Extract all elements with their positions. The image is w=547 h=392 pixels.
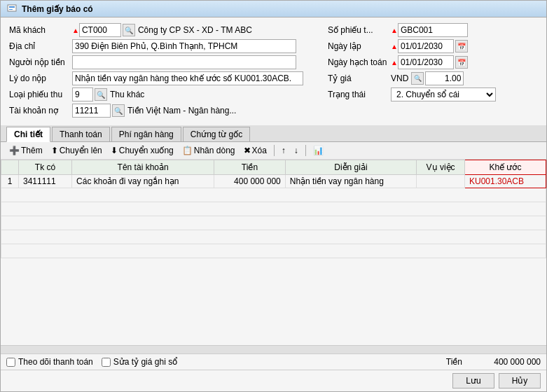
chuyen-xuong-icon: ⬇ [111,146,118,155]
tk-no-lookup-icon[interactable]: 🔍 [112,104,125,117]
tab-thanh-toan[interactable]: Thanh toán [52,127,110,141]
loai-phieu-text: Thu khác [110,90,144,99]
ngay-lap-calendar-icon[interactable]: 📅 [455,40,468,52]
row-1-stt: 1 [1,175,19,188]
move-up-btn[interactable]: ↑ [279,144,289,157]
ngay-hach-toan-input[interactable] [398,55,454,69]
sua-ty-gia-checkbox[interactable] [102,358,111,367]
nhan-dong-button[interactable]: 📋 Nhân dòng [179,144,238,157]
tk-no-text: Tiền Việt Nam - Ngân hàng... [127,106,236,115]
ty-gia-currency: VND [391,74,408,83]
huy-button[interactable]: Hủy [499,373,541,388]
sua-ty-gia-label: Sửa tỷ giá ghi sổ [113,357,177,367]
empty-row-3 [1,216,546,230]
ly-do-input[interactable] [72,71,303,85]
title-bar: Thêm giấy báo có [1,1,546,18]
col-tk-co: Tk có [19,160,72,175]
so-phieu-input[interactable] [398,23,468,37]
main-window: Thêm giấy báo có Mã khách ▲ 🔍 Công ty CP… [0,0,547,392]
window-icon [6,4,18,15]
required-star-4: ▲ [391,59,398,66]
nhan-dong-icon: 📋 [182,146,193,155]
ma-khach-lookup-icon[interactable]: 🔍 [123,24,135,36]
tab-chi-tiet[interactable]: Chi tiết [6,127,50,142]
row-1-vu-viec[interactable] [417,175,465,188]
empty-row-5 [1,244,546,258]
ngay-hach-toan-calendar-icon[interactable]: 📅 [455,56,468,69]
export-icon: 📊 [313,146,324,155]
sua-ty-gia-checkbox-label[interactable]: Sửa tỷ giá ghi sổ [102,357,177,367]
theo-doi-checkbox-label[interactable]: Theo dõi thanh toán [6,357,93,367]
tabs-container: Chi tiết Thanh toán Phí ngân hàng Chứng … [1,125,546,142]
svg-rect-0 [8,5,16,11]
company-name: Công ty CP SX - XD - TM ABC [138,25,252,35]
loai-phieu-row: Loại phiếu thu 🔍 Thu khác [9,88,328,102]
luu-button[interactable]: Lưu [452,373,494,388]
loai-phieu-lookup-icon[interactable]: 🔍 [95,88,107,101]
row-1-tk-co[interactable]: 3411111 [19,175,72,188]
theo-doi-label: Theo dõi thanh toán [18,357,93,367]
tk-no-input[interactable] [72,104,111,118]
tab-content-chi-tiet: ➕ Thêm ⬆ Chuyển lên ⬇ Chuyển xuống 📋 Nhâ… [1,142,546,354]
ty-gia-input[interactable] [425,71,464,85]
so-phieu-label: Số phiếu t... [328,25,391,35]
move-down-btn[interactable]: ↓ [291,144,301,157]
ngay-lap-input[interactable] [398,39,454,53]
row-1-dien-giai[interactable]: Nhận tiền vay ngân hàng [285,175,416,188]
svg-rect-1 [9,6,15,8]
col-ten-tk: Tên tài khoản [72,160,214,175]
ly-do-label: Lý do nộp [9,74,72,83]
trang-thai-select[interactable]: 2. Chuyển sổ cái [391,88,496,102]
ty-gia-currency-icon[interactable]: 🔍 [411,72,424,85]
action-buttons: Lưu Hủy [1,370,546,391]
form-area: Mã khách ▲ 🔍 Công ty CP SX - XD - TM ABC… [1,18,546,125]
loai-phieu-input[interactable] [72,88,93,102]
ngay-hach-toan-row: Ngày hạch toán ▲ 📅 [328,55,538,69]
title-text: Thêm giấy báo có [22,4,541,14]
move-up-icon: ↑ [282,146,286,155]
trang-thai-label: Trạng thái [328,90,391,99]
theo-doi-checkbox[interactable] [6,358,15,367]
ty-gia-row: Tỷ giá VND 🔍 [328,71,538,85]
horizontal-scrollbar[interactable] [1,345,546,354]
xoa-label: Xóa [252,146,267,155]
ma-khach-input[interactable] [79,23,121,37]
form-left-column: Mã khách ▲ 🔍 Công ty CP SX - XD - TM ABC… [9,23,328,120]
chuyen-len-icon: ⬆ [51,146,58,155]
ngay-lap-label: Ngày lập [328,41,391,51]
table-row[interactable]: 1 3411111 Các khoản đi vay ngắn hạn 400 … [1,175,546,188]
nguoi-nop-row: Người nộp tiền [9,55,328,69]
chuyen-len-label: Chuyển lên [60,146,102,155]
toolbar-sep-2 [305,145,306,156]
empty-row-2 [1,202,546,216]
ma-khach-row: Mã khách ▲ 🔍 Công ty CP SX - XD - TM ABC [9,23,328,37]
ngay-lap-row: Ngày lập ▲ 📅 [328,39,538,53]
tk-no-label: Tài khoản nợ [9,106,72,115]
dia-chi-row: Địa chỉ [9,39,328,53]
xoa-button[interactable]: ✖ Xóa [241,144,270,157]
empty-row-1 [1,188,546,202]
chuyen-xuong-label: Chuyển xuống [119,146,174,155]
chuyen-len-button[interactable]: ⬆ Chuyển lên [48,144,105,157]
required-star-2: ▲ [391,27,398,34]
row-1-tien[interactable]: 400 000 000 [214,175,286,188]
row-1-khe-uoc[interactable]: KU001.30ACB [464,175,546,188]
data-table-area: Tk có Tên tài khoản Tiền Diễn giải Vụ vi… [1,160,546,345]
ngay-hach-toan-label: Ngày hạch toán [328,57,391,67]
tab-chung-tu-goc[interactable]: Chứng từ gốc [183,127,250,141]
col-khe-uoc: Khế ước [464,160,546,175]
xoa-icon: ✖ [244,146,251,155]
chuyen-xuong-button[interactable]: ⬇ Chuyển xuống [108,144,176,157]
tab-phi-ngan-hang[interactable]: Phí ngân hàng [111,127,181,141]
them-button[interactable]: ➕ Thêm [6,144,46,157]
row-1-ten-tk[interactable]: Các khoản đi vay ngắn hạn [72,175,214,188]
ty-gia-label: Tỷ giá [328,74,391,83]
nguoi-nop-input[interactable] [72,55,296,69]
tk-no-row: Tài khoản nợ 🔍 Tiền Việt Nam - Ngân hàng… [9,104,328,118]
toolbar: ➕ Thêm ⬆ Chuyển lên ⬇ Chuyển xuống 📋 Nhâ… [1,142,546,160]
them-label: Thêm [21,146,43,155]
dia-chi-input[interactable] [72,39,296,53]
bottom-bar: Theo dõi thanh toán Sửa tỷ giá ghi sổ Ti… [1,354,546,370]
export-btn[interactable]: 📊 [310,144,326,157]
col-dien-giai: Diễn giải [285,160,416,175]
